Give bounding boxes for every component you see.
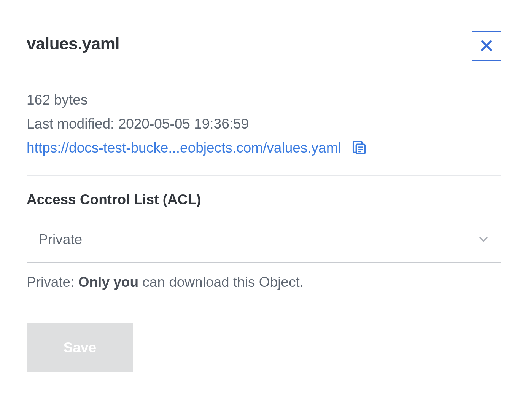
close-button[interactable] [472,31,501,61]
file-last-modified: Last modified: 2020-05-05 19:36:59 [27,112,501,136]
file-title: values.yaml [27,34,119,53]
copy-url-button[interactable] [350,138,368,158]
file-meta: 162 bytes Last modified: 2020-05-05 19:3… [27,88,501,160]
acl-label: Access Control List (ACL) [27,192,501,208]
acl-help-bold: Only you [78,274,138,290]
acl-help-text: Private: Only you can download this Obje… [27,272,501,293]
save-button[interactable]: Save [27,323,133,372]
acl-select[interactable]: Private [27,217,501,262]
file-url-link[interactable]: https://docs-test-bucke...eobjects.com/v… [27,136,341,160]
file-size: 162 bytes [27,88,501,112]
acl-help-prefix: Private: [27,274,78,290]
acl-help-suffix: can download this Object. [138,274,304,290]
divider [27,175,501,176]
copy-icon [350,138,368,158]
close-icon [479,38,494,54]
